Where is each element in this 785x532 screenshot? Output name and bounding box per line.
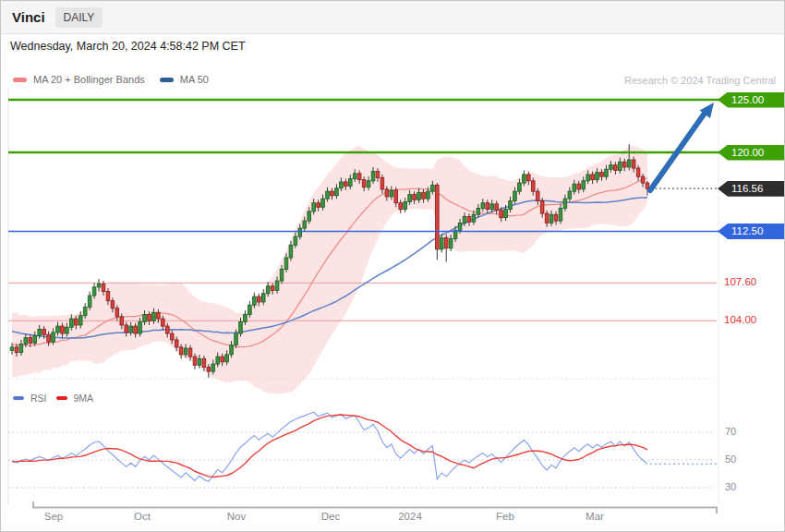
rsi-label: RSI xyxy=(30,393,47,404)
main-chart-legend: MA 20 + Bollinger Bands MA 50 xyxy=(13,74,223,85)
chart-window: Vinci DAILY Wednesday, March 20, 2024 4:… xyxy=(0,0,785,532)
ma50-label: MA 50 xyxy=(180,74,209,85)
legend-item-ma20-bollinger: MA 20 + Bollinger Bands xyxy=(13,74,145,85)
ma20-bollinger-swatch-icon xyxy=(13,78,27,82)
legend-item-9ma: 9MA xyxy=(56,393,94,404)
rsi-line xyxy=(12,412,647,481)
legend-item-rsi: RSI xyxy=(13,393,47,404)
legend-item-ma50: MA 50 xyxy=(160,74,209,85)
rsi-9ma-line xyxy=(12,415,647,477)
bollinger-band xyxy=(12,145,647,393)
rsi-swatch-icon xyxy=(13,396,24,400)
ma20-bollinger-label: MA 20 + Bollinger Bands xyxy=(33,74,145,85)
rsi-legend: RSI 9MA xyxy=(13,393,108,404)
rsi-9ma-label: 9MA xyxy=(74,393,94,404)
ma50-swatch-icon xyxy=(160,78,174,82)
rsi-9ma-swatch-icon xyxy=(56,396,67,400)
x-axis-line xyxy=(33,502,717,514)
credit-text: Research © 2024 Trading Central xyxy=(624,75,776,86)
